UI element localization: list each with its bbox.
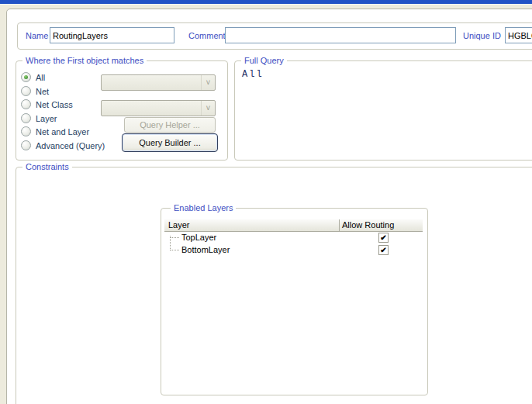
column-divider xyxy=(339,219,340,231)
full-query-title: Full Query xyxy=(241,56,287,66)
constraints-title: Constraints xyxy=(22,162,72,172)
comment-label: Comment xyxy=(188,30,226,41)
name-label: Name xyxy=(26,30,48,41)
name-input[interactable] xyxy=(50,27,174,43)
radio-icon xyxy=(21,113,31,123)
radio-option-all[interactable]: All xyxy=(21,71,45,83)
full-query-text: All xyxy=(242,69,264,80)
chevron-down-icon: ˅ xyxy=(201,101,215,116)
column-header-allow-routing: Allow Routing xyxy=(342,220,394,230)
radio-option-label: All xyxy=(36,73,45,82)
radio-option-label: Net xyxy=(36,87,49,96)
radio-option-layer[interactable]: Layer xyxy=(21,112,57,124)
radio-icon xyxy=(21,126,31,136)
checkmark-icon: ✔ xyxy=(380,246,386,254)
first-object-matches-title: Where the First object matches xyxy=(22,56,147,66)
radio-icon xyxy=(21,72,31,82)
radio-option-label: Layer xyxy=(36,114,57,123)
radio-option-net-and-layer[interactable]: Net and Layer xyxy=(21,126,89,137)
scope-value-dropdown-2[interactable]: ˅ xyxy=(101,100,216,116)
unique-id-label: Unique ID xyxy=(463,30,501,41)
layer-row-label[interactable]: TopLayer xyxy=(181,233,216,243)
layer-row-label[interactable]: BottomLayer xyxy=(181,245,230,255)
comment-input[interactable] xyxy=(225,27,456,43)
chevron-down-icon: ˅ xyxy=(201,75,215,90)
radio-option-label: Net and Layer xyxy=(36,127,89,136)
column-header-layer: Layer xyxy=(168,220,190,230)
rule-editor-screen: Name Comment Unique ID Where the First o… xyxy=(0,0,532,404)
scope-value-dropdown-1[interactable]: ˅ xyxy=(101,74,216,91)
radio-icon xyxy=(21,99,31,109)
tree-connector xyxy=(170,250,179,250)
allow-routing-checkbox[interactable]: ✔ xyxy=(378,233,389,243)
radio-option-net[interactable]: Net xyxy=(21,85,49,97)
radio-option-label: Advanced (Query) xyxy=(36,141,105,150)
unique-id-input[interactable] xyxy=(505,27,532,43)
radio-icon xyxy=(21,140,31,150)
radio-icon xyxy=(21,86,31,96)
radio-option-net-class[interactable]: Net Class xyxy=(21,98,73,110)
radio-option-advanced-query[interactable]: Advanced (Query) xyxy=(21,140,105,151)
enabled-layers-title: Enabled Layers xyxy=(171,203,236,213)
top-accent-bar xyxy=(0,0,532,5)
tree-connector xyxy=(170,237,179,238)
checkmark-icon: ✔ xyxy=(380,233,386,242)
full-query-group: Full Query xyxy=(234,60,532,161)
query-helper-button[interactable]: Query Helper ... xyxy=(124,117,216,133)
radio-option-label: Net Class xyxy=(36,100,73,109)
allow-routing-checkbox[interactable]: ✔ xyxy=(378,245,389,255)
query-builder-button[interactable]: Query Builder ... xyxy=(122,133,218,152)
